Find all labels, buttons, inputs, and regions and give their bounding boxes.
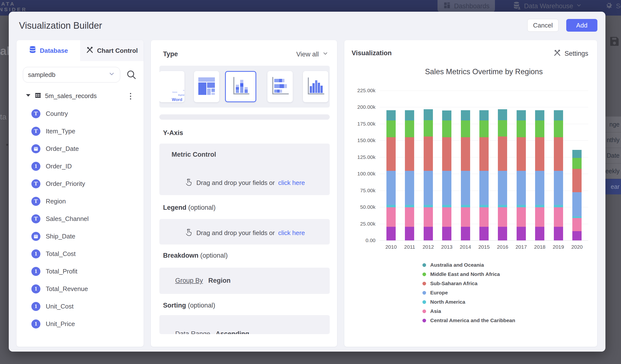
treemap-chart-icon — [198, 77, 215, 96]
legend-section-title: Legend (optional) — [163, 204, 216, 211]
field-name: Total_Cost — [46, 250, 76, 258]
sorting-order-value: Ascending — [216, 330, 249, 334]
field-item-sales_channel[interactable]: TSales_Channel — [17, 210, 144, 227]
click-here-link[interactable]: click here — [278, 229, 305, 237]
gridline — [380, 90, 588, 91]
legend-label: Australia and Oceania — [430, 262, 484, 268]
dropzone-hint-text: Drag and drop your fields or — [196, 229, 275, 237]
metric-control-label: Metric Control — [172, 151, 216, 158]
bar-segment — [535, 110, 544, 121]
legend-label: Asia — [430, 308, 441, 314]
y-axis-tick-label: 100.00k — [344, 171, 376, 177]
field-item-unit_price[interactable]: 1Unit_Price — [17, 315, 144, 333]
sorting-range-link[interactable]: Data Range — [175, 330, 210, 334]
bar-segment — [405, 110, 414, 121]
type-section-title: Type — [163, 50, 178, 58]
type-card-word-cloud-chart[interactable]: iness Analytics BigData Word mining Clou… — [159, 71, 184, 102]
field-item-order_date[interactable]: Order_Date — [17, 140, 144, 157]
dashboards-icon — [443, 1, 451, 11]
x-axis-tick-label: 2017 — [512, 244, 531, 250]
hand-click-icon — [184, 178, 193, 188]
caret-down-icon[interactable] — [26, 93, 31, 98]
type-card-stacked-column-chart[interactable] — [225, 71, 256, 102]
legend-item[interactable]: Sub-Saharan Africa — [422, 279, 515, 288]
field-item-order_priority[interactable]: TOrder_Priority — [17, 175, 144, 192]
field-item-order_id[interactable]: 1Order_ID — [17, 157, 144, 175]
bar-segment — [498, 207, 507, 226]
bar-segment — [554, 207, 563, 226]
table-tree-header[interactable]: 5m_sales_records — [17, 90, 144, 102]
x-axis-tick-label: 2013 — [437, 244, 456, 250]
bar-segment — [517, 205, 526, 208]
field-item-region[interactable]: TRegion — [17, 192, 144, 210]
legend-item[interactable]: Asia — [422, 307, 515, 316]
field-item-total_cost[interactable]: 1Total_Cost — [17, 245, 144, 262]
type-card-column-chart[interactable] — [303, 71, 328, 102]
cancel-button[interactable]: Cancel — [527, 19, 558, 32]
stacked-column-chart-icon — [231, 76, 250, 97]
legend-label: North America — [430, 299, 465, 305]
legend-item[interactable]: Middle East and North Africa — [422, 270, 515, 279]
settings-tools-icon — [553, 49, 561, 58]
visualization-panel-title: Visualization — [352, 49, 392, 57]
sorting-optional-text: (optional) — [188, 302, 215, 309]
field-item-total_profit[interactable]: 1Total_Profit — [17, 262, 144, 280]
bar-segment — [554, 171, 563, 205]
nav-item-settings[interactable]: Settings — [599, 0, 621, 12]
bar-segment — [535, 137, 544, 171]
metric-control-dropzone[interactable]: Metric Control Drag and drop your fields… — [159, 144, 330, 195]
background-text-fragment: • — [6, 141, 9, 149]
type-card-treemap-chart[interactable] — [194, 71, 219, 102]
search-icon[interactable] — [126, 69, 137, 81]
group-by-link[interactable]: Group By — [175, 277, 203, 284]
bar-segment — [442, 205, 451, 208]
nav-item-data-warehouse[interactable]: Data Warehouse — [507, 0, 587, 12]
bar-segment — [479, 171, 489, 205]
bar-segment — [386, 171, 396, 205]
field-item-item_type[interactable]: TItem_Type — [17, 122, 144, 140]
bar-segment — [498, 120, 507, 137]
save-icon[interactable] — [609, 35, 620, 48]
breakdown-groupby-card[interactable]: Group By Region — [159, 268, 330, 294]
field-item-total_revenue[interactable]: 1Total_Revenue — [17, 280, 144, 297]
y-axis-tick-label: 25.00k — [344, 221, 376, 227]
y-axis-tick-label: 225.00k — [344, 87, 376, 93]
bar-segment — [424, 227, 433, 240]
view-all-button[interactable]: View all — [287, 50, 328, 58]
breakdown-section-title: Breakdown (optional) — [163, 252, 228, 259]
field-item-unit_cost[interactable]: 1Unit_Cost — [17, 297, 144, 315]
field-item-country[interactable]: TCountry — [17, 105, 144, 122]
bar-segment — [479, 205, 489, 208]
x-axis-tick-label: 2012 — [419, 244, 437, 250]
tab-database[interactable]: Database — [17, 40, 80, 61]
chart-settings-button[interactable]: Settings — [553, 49, 588, 58]
y-axis-section-title: Y-Axis — [163, 129, 183, 137]
legend-dropzone[interactable]: Drag and drop your fields or click here — [159, 219, 330, 244]
breakdown-title-text: Breakdown — [163, 252, 199, 259]
x-axis-tick-label: 2015 — [475, 244, 493, 250]
carousel-scrollbar[interactable] — [159, 114, 330, 120]
legend-item[interactable]: North America — [422, 297, 515, 307]
legend-item[interactable]: Australia and Oceania — [422, 260, 515, 270]
x-axis-tick-label: 2016 — [493, 244, 512, 250]
field-item-ship_date[interactable]: Ship_Date — [17, 227, 144, 245]
add-button[interactable]: Add — [566, 19, 597, 32]
tab-chart-control[interactable]: Chart Control — [80, 40, 144, 61]
x-axis-tick-label: 2018 — [531, 244, 549, 250]
x-axis-tick-label: 2020 — [568, 244, 586, 250]
bar-segment — [517, 227, 526, 240]
group-by-value: Region — [208, 277, 231, 284]
nav-item-dashboards[interactable]: Dashboards — [437, 0, 495, 12]
sorting-card[interactable]: Data Range Ascending — [159, 315, 330, 334]
bar-segment — [535, 227, 544, 240]
legend-item[interactable]: Central America and the Caribbean — [422, 316, 515, 325]
bar-segment — [386, 137, 396, 171]
click-here-link[interactable]: click here — [278, 179, 305, 187]
table-more-menu-icon[interactable] — [126, 91, 135, 102]
database-select[interactable]: sampledb — [23, 67, 120, 83]
field-name: Country — [46, 110, 68, 118]
chart-control-tools-icon — [86, 46, 94, 55]
bar-segment — [461, 137, 470, 171]
type-card-stacked-bar-chart[interactable] — [267, 71, 293, 102]
legend-item[interactable]: Europe — [422, 288, 515, 297]
